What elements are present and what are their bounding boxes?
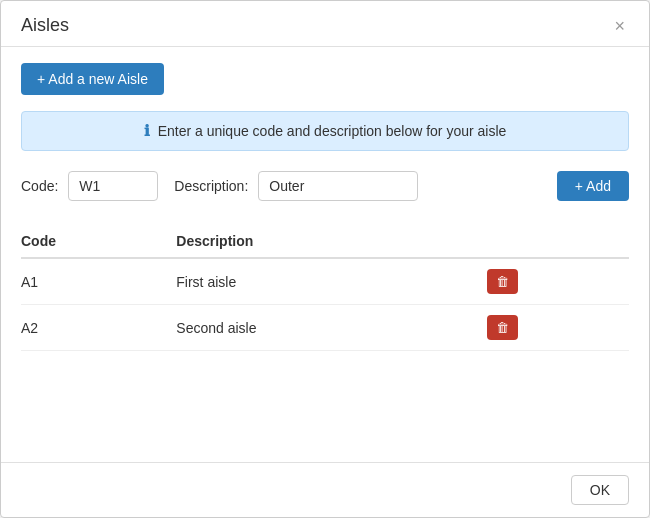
- table-header-row: Code Description: [21, 225, 629, 258]
- description-label: Description:: [174, 178, 248, 194]
- row-actions: 🗑: [487, 258, 629, 305]
- modal-body: + Add a new Aisle ℹ Enter a unique code …: [1, 47, 649, 462]
- col-header-code: Code: [21, 225, 176, 258]
- table-row: A1First aisle🗑: [21, 258, 629, 305]
- aisle-table: Code Description A1First aisle🗑A2Second …: [21, 225, 629, 351]
- info-icon: ℹ: [144, 122, 150, 140]
- form-row: Code: Description: + Add: [21, 171, 629, 201]
- delete-button[interactable]: 🗑: [487, 269, 518, 294]
- close-button[interactable]: ×: [610, 17, 629, 35]
- add-new-aisle-button[interactable]: + Add a new Aisle: [21, 63, 164, 95]
- row-description: Second aisle: [176, 305, 487, 351]
- aisles-modal: Aisles × + Add a new Aisle ℹ Enter a uni…: [0, 0, 650, 518]
- description-field-group: Description:: [174, 171, 418, 201]
- ok-button[interactable]: OK: [571, 475, 629, 505]
- code-label: Code:: [21, 178, 58, 194]
- code-input[interactable]: [68, 171, 158, 201]
- row-description: First aisle: [176, 258, 487, 305]
- modal-title: Aisles: [21, 15, 69, 36]
- aisle-table-section: Code Description A1First aisle🗑A2Second …: [21, 225, 629, 446]
- code-field-group: Code:: [21, 171, 158, 201]
- row-actions: 🗑: [487, 305, 629, 351]
- add-button[interactable]: + Add: [557, 171, 629, 201]
- col-header-actions: [487, 225, 629, 258]
- description-input[interactable]: [258, 171, 418, 201]
- table-row: A2Second aisle🗑: [21, 305, 629, 351]
- row-code: A1: [21, 258, 176, 305]
- modal-footer: OK: [1, 462, 649, 517]
- row-code: A2: [21, 305, 176, 351]
- info-banner-text: Enter a unique code and description belo…: [158, 123, 507, 139]
- modal-header: Aisles ×: [1, 1, 649, 47]
- delete-button[interactable]: 🗑: [487, 315, 518, 340]
- col-header-description: Description: [176, 225, 487, 258]
- info-banner: ℹ Enter a unique code and description be…: [21, 111, 629, 151]
